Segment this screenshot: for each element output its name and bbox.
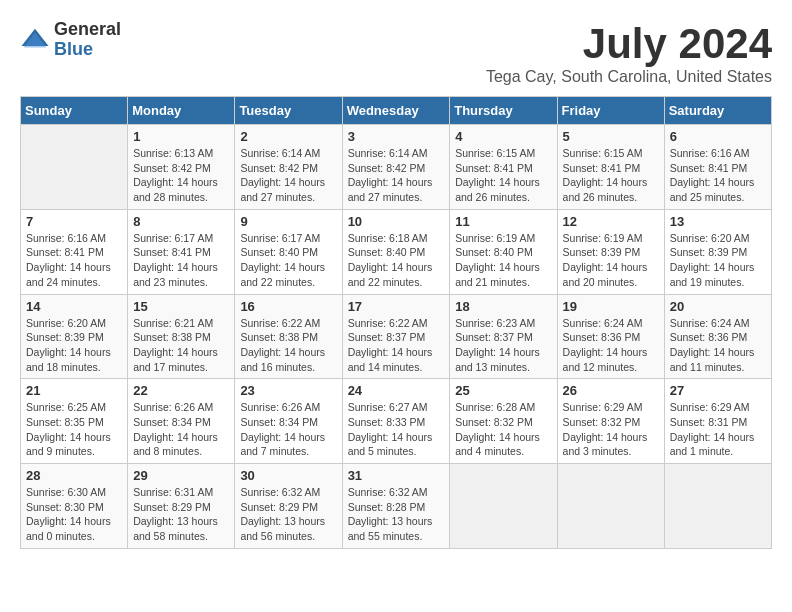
logo-blue: Blue (54, 40, 121, 60)
calendar-cell: 21Sunrise: 6:25 AM Sunset: 8:35 PM Dayli… (21, 379, 128, 464)
day-number: 28 (26, 468, 122, 483)
calendar-body: 1Sunrise: 6:13 AM Sunset: 8:42 PM Daylig… (21, 125, 772, 549)
day-number: 10 (348, 214, 445, 229)
day-number: 4 (455, 129, 551, 144)
day-of-week-header: Tuesday (235, 97, 342, 125)
day-number: 14 (26, 299, 122, 314)
day-info: Sunrise: 6:19 AM Sunset: 8:40 PM Dayligh… (455, 231, 551, 290)
day-info: Sunrise: 6:31 AM Sunset: 8:29 PM Dayligh… (133, 485, 229, 544)
day-info: Sunrise: 6:25 AM Sunset: 8:35 PM Dayligh… (26, 400, 122, 459)
day-number: 27 (670, 383, 766, 398)
day-info: Sunrise: 6:26 AM Sunset: 8:34 PM Dayligh… (240, 400, 336, 459)
calendar-cell: 31Sunrise: 6:32 AM Sunset: 8:28 PM Dayli… (342, 464, 450, 549)
calendar-cell: 22Sunrise: 6:26 AM Sunset: 8:34 PM Dayli… (128, 379, 235, 464)
calendar-cell: 10Sunrise: 6:18 AM Sunset: 8:40 PM Dayli… (342, 209, 450, 294)
header: General Blue July 2024 Tega Cay, South C… (20, 20, 772, 86)
calendar-cell: 9Sunrise: 6:17 AM Sunset: 8:40 PM Daylig… (235, 209, 342, 294)
day-info: Sunrise: 6:17 AM Sunset: 8:41 PM Dayligh… (133, 231, 229, 290)
day-info: Sunrise: 6:32 AM Sunset: 8:29 PM Dayligh… (240, 485, 336, 544)
calendar-cell (664, 464, 771, 549)
title-area: July 2024 Tega Cay, South Carolina, Unit… (486, 20, 772, 86)
calendar-cell: 16Sunrise: 6:22 AM Sunset: 8:38 PM Dayli… (235, 294, 342, 379)
logo-text: General Blue (54, 20, 121, 60)
calendar-cell (21, 125, 128, 210)
day-info: Sunrise: 6:24 AM Sunset: 8:36 PM Dayligh… (563, 316, 659, 375)
day-of-week-header: Friday (557, 97, 664, 125)
day-info: Sunrise: 6:17 AM Sunset: 8:40 PM Dayligh… (240, 231, 336, 290)
day-number: 6 (670, 129, 766, 144)
day-info: Sunrise: 6:26 AM Sunset: 8:34 PM Dayligh… (133, 400, 229, 459)
day-info: Sunrise: 6:15 AM Sunset: 8:41 PM Dayligh… (455, 146, 551, 205)
day-number: 15 (133, 299, 229, 314)
calendar-cell: 30Sunrise: 6:32 AM Sunset: 8:29 PM Dayli… (235, 464, 342, 549)
day-of-week-header: Thursday (450, 97, 557, 125)
day-number: 2 (240, 129, 336, 144)
day-info: Sunrise: 6:18 AM Sunset: 8:40 PM Dayligh… (348, 231, 445, 290)
day-info: Sunrise: 6:13 AM Sunset: 8:42 PM Dayligh… (133, 146, 229, 205)
day-number: 23 (240, 383, 336, 398)
day-of-week-header: Monday (128, 97, 235, 125)
day-number: 25 (455, 383, 551, 398)
calendar-cell: 29Sunrise: 6:31 AM Sunset: 8:29 PM Dayli… (128, 464, 235, 549)
day-number: 21 (26, 383, 122, 398)
calendar-cell: 13Sunrise: 6:20 AM Sunset: 8:39 PM Dayli… (664, 209, 771, 294)
calendar-header: SundayMondayTuesdayWednesdayThursdayFrid… (21, 97, 772, 125)
day-info: Sunrise: 6:14 AM Sunset: 8:42 PM Dayligh… (240, 146, 336, 205)
day-of-week-header: Wednesday (342, 97, 450, 125)
calendar-cell: 23Sunrise: 6:26 AM Sunset: 8:34 PM Dayli… (235, 379, 342, 464)
calendar-cell: 25Sunrise: 6:28 AM Sunset: 8:32 PM Dayli… (450, 379, 557, 464)
day-number: 9 (240, 214, 336, 229)
day-number: 7 (26, 214, 122, 229)
calendar-cell (557, 464, 664, 549)
day-number: 26 (563, 383, 659, 398)
day-number: 5 (563, 129, 659, 144)
day-info: Sunrise: 6:15 AM Sunset: 8:41 PM Dayligh… (563, 146, 659, 205)
day-number: 8 (133, 214, 229, 229)
day-info: Sunrise: 6:29 AM Sunset: 8:31 PM Dayligh… (670, 400, 766, 459)
day-number: 22 (133, 383, 229, 398)
calendar-week-row: 1Sunrise: 6:13 AM Sunset: 8:42 PM Daylig… (21, 125, 772, 210)
calendar-cell: 27Sunrise: 6:29 AM Sunset: 8:31 PM Dayli… (664, 379, 771, 464)
day-of-week-header: Sunday (21, 97, 128, 125)
day-info: Sunrise: 6:20 AM Sunset: 8:39 PM Dayligh… (670, 231, 766, 290)
day-number: 30 (240, 468, 336, 483)
day-number: 31 (348, 468, 445, 483)
day-info: Sunrise: 6:19 AM Sunset: 8:39 PM Dayligh… (563, 231, 659, 290)
day-info: Sunrise: 6:16 AM Sunset: 8:41 PM Dayligh… (26, 231, 122, 290)
day-number: 16 (240, 299, 336, 314)
calendar-cell: 1Sunrise: 6:13 AM Sunset: 8:42 PM Daylig… (128, 125, 235, 210)
calendar-cell: 17Sunrise: 6:22 AM Sunset: 8:37 PM Dayli… (342, 294, 450, 379)
day-info: Sunrise: 6:24 AM Sunset: 8:36 PM Dayligh… (670, 316, 766, 375)
calendar-cell: 3Sunrise: 6:14 AM Sunset: 8:42 PM Daylig… (342, 125, 450, 210)
day-info: Sunrise: 6:14 AM Sunset: 8:42 PM Dayligh… (348, 146, 445, 205)
logo-icon (20, 25, 50, 55)
calendar-cell: 6Sunrise: 6:16 AM Sunset: 8:41 PM Daylig… (664, 125, 771, 210)
day-number: 11 (455, 214, 551, 229)
calendar-cell: 26Sunrise: 6:29 AM Sunset: 8:32 PM Dayli… (557, 379, 664, 464)
calendar-cell (450, 464, 557, 549)
calendar-cell: 20Sunrise: 6:24 AM Sunset: 8:36 PM Dayli… (664, 294, 771, 379)
calendar-cell: 11Sunrise: 6:19 AM Sunset: 8:40 PM Dayli… (450, 209, 557, 294)
location-title: Tega Cay, South Carolina, United States (486, 68, 772, 86)
day-info: Sunrise: 6:22 AM Sunset: 8:38 PM Dayligh… (240, 316, 336, 375)
calendar-cell: 8Sunrise: 6:17 AM Sunset: 8:41 PM Daylig… (128, 209, 235, 294)
calendar-week-row: 21Sunrise: 6:25 AM Sunset: 8:35 PM Dayli… (21, 379, 772, 464)
day-info: Sunrise: 6:27 AM Sunset: 8:33 PM Dayligh… (348, 400, 445, 459)
calendar-cell: 7Sunrise: 6:16 AM Sunset: 8:41 PM Daylig… (21, 209, 128, 294)
day-number: 17 (348, 299, 445, 314)
days-header-row: SundayMondayTuesdayWednesdayThursdayFrid… (21, 97, 772, 125)
calendar-cell: 24Sunrise: 6:27 AM Sunset: 8:33 PM Dayli… (342, 379, 450, 464)
day-info: Sunrise: 6:28 AM Sunset: 8:32 PM Dayligh… (455, 400, 551, 459)
day-info: Sunrise: 6:30 AM Sunset: 8:30 PM Dayligh… (26, 485, 122, 544)
calendar-cell: 5Sunrise: 6:15 AM Sunset: 8:41 PM Daylig… (557, 125, 664, 210)
day-info: Sunrise: 6:29 AM Sunset: 8:32 PM Dayligh… (563, 400, 659, 459)
month-title: July 2024 (486, 20, 772, 68)
day-info: Sunrise: 6:20 AM Sunset: 8:39 PM Dayligh… (26, 316, 122, 375)
day-info: Sunrise: 6:22 AM Sunset: 8:37 PM Dayligh… (348, 316, 445, 375)
calendar-cell: 28Sunrise: 6:30 AM Sunset: 8:30 PM Dayli… (21, 464, 128, 549)
calendar-cell: 4Sunrise: 6:15 AM Sunset: 8:41 PM Daylig… (450, 125, 557, 210)
day-number: 24 (348, 383, 445, 398)
day-info: Sunrise: 6:32 AM Sunset: 8:28 PM Dayligh… (348, 485, 445, 544)
day-info: Sunrise: 6:21 AM Sunset: 8:38 PM Dayligh… (133, 316, 229, 375)
calendar-table: SundayMondayTuesdayWednesdayThursdayFrid… (20, 96, 772, 549)
